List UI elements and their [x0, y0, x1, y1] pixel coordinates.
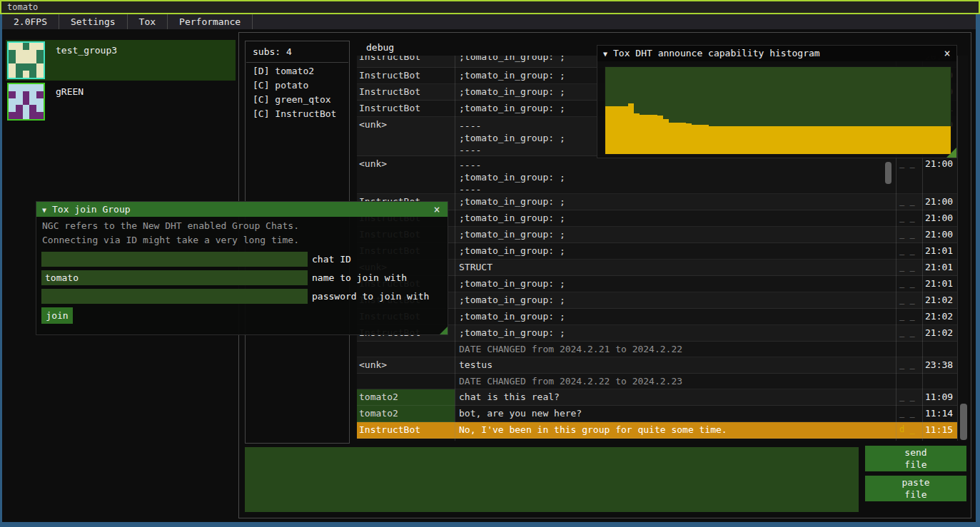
chat-row[interactable]: tomato2chat is this real?_ _11:09: [357, 389, 957, 406]
window-titlebar[interactable]: tomato: [0, 0, 980, 14]
histogram-bar: [714, 126, 720, 154]
histogram-bar: [634, 113, 640, 154]
window-edge-left: [0, 14, 2, 523]
close-icon[interactable]: ×: [941, 47, 954, 60]
histogram-bar: [829, 126, 835, 154]
chat-row-name: InstructBot: [359, 70, 453, 81]
join-group-window[interactable]: ▼Tox join Group × NGC refers to the New …: [36, 201, 448, 335]
chat-row-name: InstructBot: [359, 86, 453, 97]
chat-row[interactable]: <unk>---- ;tomato_in_group: ; ----_ _21:…: [357, 156, 957, 194]
avatar-pixel: [36, 112, 44, 119]
join-name-label: name to join with: [312, 270, 407, 285]
histogram-bar: [939, 126, 945, 154]
avatar-pixel: [9, 98, 16, 106]
chat-row-time: 23:38: [925, 359, 953, 370]
histogram-window-title: Tox DHT announce capability histogram: [613, 48, 820, 58]
member-list-item[interactable]: [C] potato: [253, 78, 308, 93]
join-group-title: Tox join Group: [52, 204, 131, 215]
date-separator-row[interactable]: DATE CHANGED from 2024.2.21 to 2024.2.22: [357, 342, 957, 357]
histogram-bar: [732, 126, 737, 154]
histogram-bar: [697, 125, 703, 154]
menu-item-settings[interactable]: Settings: [59, 14, 128, 29]
avatar-pixel: [23, 105, 30, 112]
join-password-input[interactable]: [41, 289, 308, 304]
histogram-bar: [882, 126, 887, 154]
group-item-test_group3[interactable]: test_group3: [6, 40, 236, 81]
chat-row[interactable]: tomato2bot, are you new here?_ _11:14: [357, 406, 957, 422]
message-input[interactable]: [245, 447, 859, 512]
avatar-pixel: [29, 105, 36, 112]
avatar-pixel: [36, 91, 44, 98]
chat-row-message: chat is this real?: [459, 392, 893, 402]
avatar-pixel: [29, 112, 36, 119]
join-button[interactable]: join: [41, 307, 73, 324]
chat-id-input[interactable]: [41, 252, 308, 267]
avatar-pixel: [36, 105, 44, 112]
histogram-bar: [795, 126, 801, 154]
histogram-bar: [749, 126, 755, 154]
histogram-bar: [789, 126, 795, 154]
join-name-input[interactable]: [41, 270, 308, 285]
chat-row-message: ;tomato_in_group: ;: [459, 245, 893, 256]
histogram-bar: [807, 126, 812, 154]
join-group-titlebar[interactable]: ▼Tox join Group: [36, 202, 448, 217]
avatar-pixel: [9, 50, 16, 57]
histogram-bar: [801, 126, 807, 154]
resize-grip[interactable]: [440, 327, 448, 334]
histogram-bar: [784, 126, 789, 154]
avatar-pixel: [16, 91, 23, 98]
send-file-button[interactable]: send file: [865, 446, 966, 471]
histogram-bar: [767, 126, 772, 154]
chat-row-status: _ _: [899, 311, 915, 321]
chat-scrollbar-thumb[interactable]: [960, 404, 967, 440]
chat-row-time: 11:09: [925, 392, 953, 402]
chat-row[interactable]: <unk>testus_ _23:38: [357, 357, 957, 374]
chat-row-status: _ _: [899, 158, 915, 168]
member-list-item[interactable]: [C] InstructBot: [253, 107, 336, 121]
histogram-bar: [876, 126, 882, 154]
histogram-bar: [887, 126, 893, 154]
chat-id-label: chat ID: [312, 252, 351, 267]
resize-grip[interactable]: [946, 148, 956, 158]
chat-row[interactable]: InstructBotNo, I've been in this group f…: [357, 422, 957, 439]
close-icon[interactable]: ×: [430, 203, 443, 216]
chat-row-time: 21:02: [925, 311, 953, 322]
menu-item-tox[interactable]: Tox: [128, 14, 168, 29]
column-separator: [455, 56, 455, 441]
histogram-bar: [680, 123, 686, 154]
date-changed-text: DATE CHANGED from 2024.2.21 to 2024.2.22: [459, 344, 893, 354]
tab-debug[interactable]: debug: [366, 42, 394, 53]
chat-row-time: 11:15: [925, 424, 953, 435]
chat-row-status: _ _: [899, 229, 915, 239]
group-item-gREEN[interactable]: gREEN: [6, 81, 236, 122]
group-name: gREEN: [56, 86, 84, 97]
histogram-window-titlebar[interactable]: ▼Tox DHT announce capability histogram: [597, 46, 956, 61]
avatar-pixel: [16, 57, 23, 64]
avatar-pixel: [16, 63, 23, 71]
menu-item-performance[interactable]: Performance: [168, 14, 253, 29]
chat-row-name: <unk>: [359, 119, 453, 130]
avatar-pixel: [23, 71, 30, 78]
avatar-pixel: [23, 91, 30, 98]
chat-row-time: 21:01: [925, 278, 953, 289]
histogram-bar: [921, 126, 927, 154]
message-scrollbar-thumb[interactable]: [885, 162, 891, 184]
avatar-pixel: [16, 105, 23, 112]
histogram-bar: [899, 126, 904, 154]
histogram-bar: [640, 115, 645, 154]
histogram-bar: [675, 123, 680, 154]
histogram-window[interactable]: ▼Tox DHT announce capability histogram ×: [597, 45, 957, 158]
member-list-item[interactable]: [D] tomato2: [253, 64, 314, 78]
collapse-arrow-icon[interactable]: ▼: [603, 50, 607, 58]
member-list-item[interactable]: [C] green_qtox: [253, 93, 331, 107]
chat-row-time: 11:14: [925, 408, 953, 419]
histogram-bar: [663, 119, 669, 154]
menu-bar: 2.0FPS SettingsToxPerformance: [2, 14, 976, 29]
avatar-pixel: [9, 84, 16, 91]
chat-row-status: _ _: [899, 408, 915, 418]
date-separator-row[interactable]: DATE CHANGED from 2024.2.22 to 2024.2.23: [357, 374, 957, 389]
avatar-pixel: [36, 84, 44, 91]
collapse-arrow-icon[interactable]: ▼: [42, 206, 46, 214]
paste-file-button[interactable]: paste file: [865, 476, 966, 501]
histogram-bar: [864, 126, 870, 154]
